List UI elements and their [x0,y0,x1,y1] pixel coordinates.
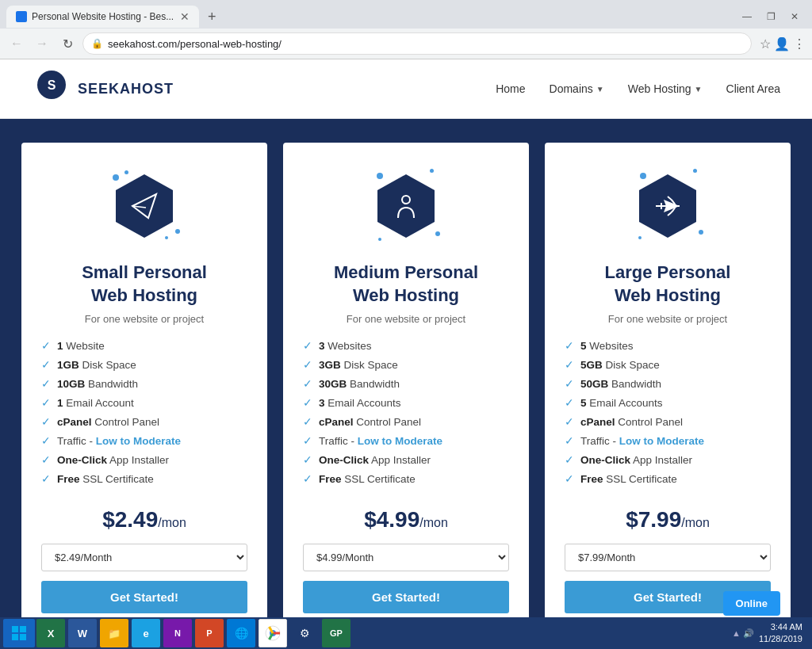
feature-item: ✓ 3 Email Accounts [303,396,509,409]
globe-icon-label: 🌐 [235,627,248,639]
feature-text: cPanel Control Panel [57,416,159,428]
plan-card-large: Large PersonalWeb Hosting For one websit… [545,143,791,637]
word-icon-label: W [78,628,87,639]
clock-time: 3:44 AM [759,621,802,633]
check-icon: ✓ [41,339,51,352]
site-navbar: S SEEKAHOST Home Domains ▼ Web Hosting ▼… [0,59,812,119]
onenote-icon-label: N [174,628,181,638]
check-icon: ✓ [565,396,574,409]
billing-select-large[interactable]: $7.99/Month $7.99/Quarter $7.99/Annually [565,544,771,571]
feature-text: 5 Websites [580,340,634,352]
nav-client-area[interactable]: Client Area [726,82,780,95]
new-tab-button[interactable]: + [202,7,221,26]
decor-dot [113,174,119,181]
active-tab[interactable]: Personal Website Hosting - Bes... ✕ [6,6,199,28]
bookmark-icon[interactable]: ☆ [760,36,771,52]
maximize-button[interactable]: ❐ [760,9,782,25]
svg-rect-7 [12,634,18,640]
feature-item: ✓ 10GB Bandwidth [41,377,247,390]
check-icon: ✓ [41,396,51,409]
taskbar-right: ▲ 🔊 3:44 AM 11/28/2019 [732,621,809,646]
logo-text: SEEKAHOST [78,81,174,97]
feature-item: ✓ cPanel Control Panel [565,415,771,428]
check-icon: ✓ [303,339,312,352]
feature-text: 5GB Disk Space [580,359,660,371]
feature-item: ✓ Free SSL Certificate [41,472,247,485]
feature-text: One-Click App Installer [57,454,169,466]
feature-text: 3 Email Accounts [319,397,401,409]
nav-domains[interactable]: Domains ▼ [550,82,604,95]
decor-dot [377,173,383,179]
nav-web-hosting[interactable]: Web Hosting ▼ [628,82,703,95]
svg-point-4 [402,196,410,204]
close-window-button[interactable]: ✕ [783,9,806,25]
feature-item: ✓ Free SSL Certificate [303,472,509,485]
address-box[interactable]: 🔒 seekahost.com/personal-web-hosting/ [82,32,752,55]
billing-select-small[interactable]: $2.49/Month $2.49/Quarter $2.49/Annually [41,544,247,571]
taskbar-files[interactable]: 📁 [100,619,128,647]
feature-text: Free SSL Certificate [319,473,416,485]
get-started-medium[interactable]: Get Started! [303,581,509,613]
nav-home[interactable]: Home [496,82,525,95]
tab-favicon [16,11,27,22]
check-icon: ✓ [565,377,574,390]
decor-dot [699,230,703,235]
taskbar-excel[interactable]: X [36,619,65,647]
minimize-button[interactable]: — [736,9,758,25]
extensions-icon[interactable]: ⋮ [793,36,806,52]
online-badge[interactable]: Online [723,591,780,616]
clock: 3:44 AM 11/28/2019 [759,621,802,646]
get-started-small[interactable]: Get Started! [41,581,247,613]
feature-text: 10GB Bandwidth [57,378,138,390]
plan-subtitle-large: For one website or project [608,313,727,325]
plan-icon-small [101,166,188,246]
feature-item: ✓ One-Click App Installer [565,453,771,466]
start-button[interactable] [3,619,35,647]
billing-select-medium[interactable]: $4.99/Month $4.99/Quarter $4.99/Annually [303,544,509,571]
back-button[interactable]: ← [6,33,27,54]
feature-text: One-Click App Installer [319,454,431,466]
feature-text: 3GB Disk Space [319,359,398,371]
taskbar-globe[interactable]: 🌐 [227,619,255,647]
tab-close-button[interactable]: ✕ [180,10,190,23]
check-icon: ✓ [565,339,574,352]
feature-text: One-Click App Installer [580,454,692,466]
feature-text: Free SSL Certificate [57,473,154,485]
check-icon: ✓ [303,472,312,485]
forward-button[interactable]: → [32,33,52,54]
svg-rect-5 [12,626,18,632]
feature-item: ✓ cPanel Control Panel [41,415,247,428]
plan-title-small: Small PersonalWeb Hosting [82,262,207,307]
feature-text: 3 Websites [319,340,372,352]
airplane-icon [652,190,684,222]
decor-dot [165,236,168,239]
webhosting-dropdown-arrow: ▼ [695,85,703,94]
refresh-button[interactable]: ↻ [57,33,78,54]
taskbar-ie[interactable]: e [132,619,160,647]
taskbar-gp[interactable]: GP [322,619,350,647]
tab-bar: Personal Website Hosting - Bes... ✕ + — … [0,0,812,29]
features-list-small: ✓ 1 Website ✓ 1GB Disk Space ✓ 10GB Band… [41,339,247,491]
taskbar: X W 📁 e N P 🌐 [0,617,812,649]
feature-text: 5 Email Accounts [580,397,663,409]
taskbar-chrome[interactable] [259,619,287,647]
check-icon: ✓ [565,358,574,371]
taskbar-onenote[interactable]: N [163,619,192,647]
feature-item: ✓ cPanel Control Panel [303,415,509,428]
profile-icon[interactable]: 👤 [774,36,790,52]
feature-item: ✓ Traffic - Low to Moderate [41,434,247,447]
taskbar-word[interactable]: W [68,619,97,647]
taskbar-settings[interactable]: ⚙ [290,619,319,647]
browser-chrome: Personal Website Hosting - Bes... ✕ + — … [0,0,812,59]
plan-hexagon-large [636,174,699,238]
feature-item: ✓ 30GB Bandwidth [303,377,509,390]
settings-icon-label: ⚙ [300,627,310,639]
ie-icon-label: e [143,628,148,639]
check-icon: ✓ [303,453,312,466]
window-controls: — ❐ ✕ [736,9,806,25]
taskbar-ppt[interactable]: P [195,619,224,647]
feature-item: ✓ 3 Websites [303,339,509,352]
decor-dot [124,170,128,174]
taskbar-icons: ▲ 🔊 [732,628,754,639]
feature-item: ✓ 5 Email Accounts [565,396,771,409]
